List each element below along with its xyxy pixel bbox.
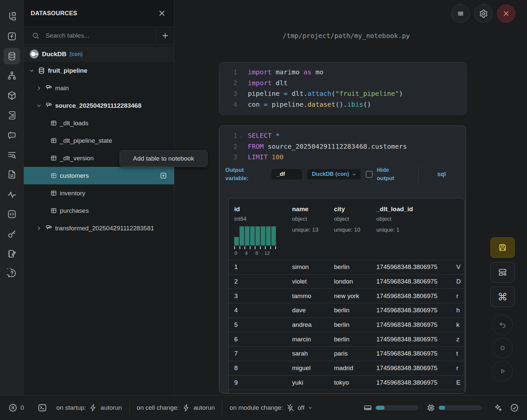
table-row[interactable]: 6marcinberlin1745968348.3806975z (229, 332, 465, 346)
sidebar-rail-code-button[interactable] (4, 206, 20, 222)
table-row[interactable]: 1simonberlin1745968348.3806975V (229, 260, 465, 274)
column-header-clipped[interactable] (451, 198, 465, 260)
sidebar-rail-cube-button[interactable] (4, 87, 20, 104)
key-icon (7, 229, 17, 239)
column-header-name[interactable]: nameobjectunique: 13 (286, 198, 328, 260)
shutdown-button[interactable] (497, 4, 515, 23)
output-variable-input[interactable]: _df (272, 169, 302, 179)
runtime-config-off[interactable]: on module change:off (230, 403, 313, 412)
tree-item-_dlt_pipeline_state[interactable]: _dlt_pipeline_state (24, 132, 174, 149)
hide-output-checkbox[interactable] (366, 171, 373, 178)
bot-icon (7, 130, 17, 140)
tree-item-label: purchases (60, 207, 89, 214)
sidebar-rail-file-tree-button[interactable] (4, 8, 20, 25)
sidebar-rail-file-text-button[interactable] (4, 166, 20, 183)
chevron-down-icon[interactable] (36, 103, 42, 109)
file-text-icon (7, 170, 17, 179)
terminal-button[interactable] (37, 403, 47, 413)
table-row[interactable]: 7sarahparis1745968348.3806975t (229, 346, 465, 361)
menu-button[interactable] (451, 4, 470, 23)
config-label: on startup: (56, 404, 86, 411)
table-row[interactable]: 4daveberlin1745968348.3806975h (229, 303, 465, 318)
sidebar-rail-bot-button[interactable] (4, 127, 20, 143)
errors-indicator[interactable]: 0 (8, 403, 24, 412)
python-cell[interactable]: 1import marimo as mo2import dlt3pipeline… (219, 62, 467, 115)
add-table-to-notebook-icon[interactable] (160, 172, 167, 179)
close-icon (502, 9, 510, 18)
table-row[interactable]: 8miguelmadrid1745968348.3806975r (229, 361, 465, 375)
sidebar-rail-function-button[interactable] (4, 28, 20, 45)
tree-item-_dlt_loads[interactable]: _dlt_loads (24, 114, 174, 132)
add-datasource-button[interactable] (156, 27, 174, 45)
sidebar-rail-scroll-button[interactable] (4, 107, 20, 124)
tree-item-inventory[interactable]: inventory (24, 184, 174, 202)
sidebar-rail-list-search-button[interactable] (4, 147, 20, 163)
column-header-id[interactable]: idint64 04812 (229, 198, 286, 260)
command-palette-button[interactable]: ⌘ (490, 286, 515, 307)
connection-name: DuckDB (42, 51, 66, 58)
save-button[interactable] (490, 237, 515, 258)
tree-item-main[interactable]: main (24, 79, 174, 97)
run-button[interactable] (492, 361, 513, 381)
table-row[interactable]: 5andreaberlin1745968348.3806975k (229, 318, 465, 332)
tree-item-source_202504291112283468[interactable]: source_202504291112283468 (24, 97, 174, 114)
engine-select[interactable]: DuckDB (con) (307, 169, 360, 179)
stop-button[interactable] (492, 338, 513, 358)
sql-cell[interactable]: 1⌄SELECT *2FROM source_20250429111228346… (219, 126, 466, 394)
table-cell: 8 (229, 364, 286, 372)
undo-button[interactable] (492, 315, 513, 335)
column-header-city[interactable]: cityobjectunique: 10 (328, 198, 371, 260)
chevron-right-icon[interactable] (36, 225, 42, 231)
table-cell: 1745968348.3806975 (371, 350, 451, 357)
table-row[interactable]: 2violetlondon1745968348.3806975D (229, 274, 465, 289)
table-cell: miguel (286, 364, 328, 372)
table-icon (50, 155, 57, 162)
tree-item-fruit_pipeline[interactable]: fruit_pipeline (24, 62, 174, 79)
connection-status[interactable] (510, 403, 519, 412)
column-header-_dlt_load_id[interactable]: _dlt_load_idobjectunique: 1 (371, 198, 451, 260)
search-input[interactable]: Search tables... (24, 27, 156, 45)
table-cell: z (451, 336, 465, 343)
tree-item-transformed_202504291112283581[interactable]: transformed_202504291112283581 (24, 219, 174, 237)
chevron-right-icon[interactable] (36, 85, 42, 91)
table-cell: berlin (328, 263, 371, 271)
sidebar-rail-database-button[interactable] (4, 48, 20, 64)
sql-code-editor[interactable]: 1⌄SELECT *2FROM source_20250429111228346… (219, 126, 466, 163)
close-panel-icon[interactable] (158, 9, 166, 18)
runtime-config-autorun[interactable]: on cell change:autorun (137, 403, 215, 412)
sidebar-rail-help-button[interactable] (4, 265, 20, 282)
table-cell: simon (286, 263, 328, 271)
sidebar-rail-key-button[interactable] (4, 226, 20, 242)
tree-item-purchases[interactable]: purchases (24, 202, 174, 219)
table-cell: 9 (229, 379, 286, 386)
panel-header: DATASOURCES (24, 0, 174, 27)
cpu-bar (438, 405, 481, 410)
table-cell: sarah (286, 350, 328, 357)
settings-button[interactable] (474, 4, 493, 23)
sidebar-rail-hierarchy-button[interactable] (4, 67, 20, 84)
tree-item-label: customers (60, 172, 89, 179)
ai-button[interactable] (493, 403, 503, 412)
layout-icon (498, 267, 508, 277)
runtime-config-autorun[interactable]: on startup:autorun (56, 403, 122, 412)
database-icon (38, 67, 45, 74)
table-cell: 5 (229, 321, 286, 328)
schema-icon (45, 224, 53, 232)
table-row[interactable]: 3tammonew york1745968348.3806975r (229, 288, 465, 303)
tree-item-customers[interactable]: customers (24, 167, 174, 184)
table-cell: yuki (286, 379, 328, 386)
code-icon (7, 209, 17, 219)
tree-item-label: source_202504291112283468 (55, 102, 141, 109)
sidebar-rail-activity-button[interactable] (4, 186, 20, 203)
connection-alias: (con) (70, 51, 83, 57)
table-row[interactable]: 9yukitokyo1745968348.3806975E (229, 375, 465, 390)
sidebar-rail-notebook-pen-button[interactable] (4, 246, 20, 262)
connection-row[interactable]: DuckDB (con) (24, 46, 174, 62)
python-code-editor[interactable]: 1import marimo as mo2import dlt3pipeline… (219, 62, 466, 110)
table-cell: 1745968348.3806975 (371, 364, 451, 372)
language-badge: sql (437, 171, 446, 178)
chevron-down-icon[interactable] (28, 68, 35, 74)
layout-button[interactable] (490, 262, 515, 283)
table-cell: paris (328, 350, 371, 357)
table-cell: dave (286, 307, 328, 314)
